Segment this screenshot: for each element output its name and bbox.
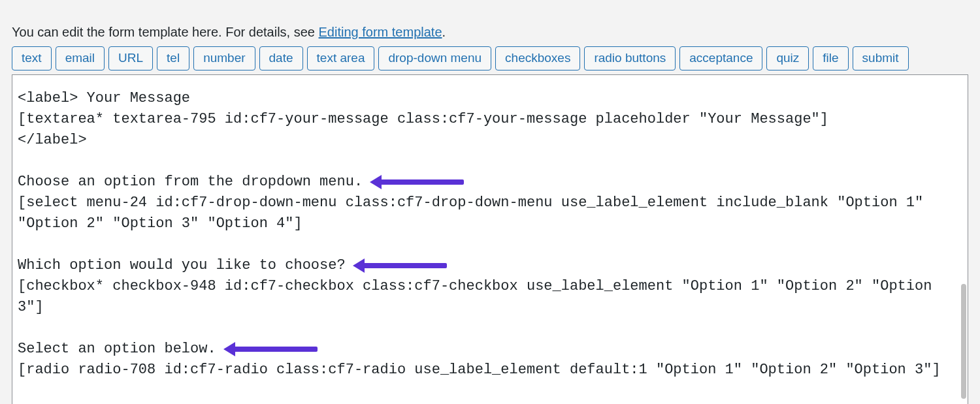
editing-form-template-link[interactable]: Editing form template [319,25,442,39]
intro-suffix: . [442,25,446,39]
tag-btn-drop-down-menu[interactable]: drop-down menu [378,46,491,70]
tag-btn-radio-buttons[interactable]: radio buttons [584,46,676,70]
annotation-arrow-icon [233,347,318,352]
tag-btn-tel[interactable]: tel [157,46,189,70]
tag-btn-text-area[interactable]: text area [307,46,375,70]
tag-btn-date[interactable]: date [259,46,303,70]
tag-btn-url[interactable]: URL [108,46,153,70]
form-template-editor[interactable]: <label> Your Message [textarea* textarea… [18,88,957,381]
annotation-arrow-icon [362,263,447,268]
scrollbar-thumb[interactable] [961,284,966,399]
tag-btn-number[interactable]: number [193,46,255,70]
tag-btn-text[interactable]: text [12,46,52,70]
tag-generator-row: text email URL tel number date text area… [12,46,968,70]
tag-btn-submit[interactable]: submit [853,46,909,70]
intro-prefix: You can edit the form template here. For… [12,25,319,39]
tag-btn-checkboxes[interactable]: checkboxes [495,46,580,70]
tag-btn-quiz[interactable]: quiz [766,46,809,70]
annotation-arrow-icon [379,179,464,185]
tag-btn-acceptance[interactable]: acceptance [679,46,762,70]
form-template-editor-wrap: <label> Your Message [textarea* textarea… [12,74,968,404]
form-tab-panel: You can edit the form template here. For… [0,0,980,404]
intro-text: You can edit the form template here. For… [12,25,968,40]
tag-btn-file[interactable]: file [813,46,848,70]
tag-btn-email[interactable]: email [56,46,105,70]
